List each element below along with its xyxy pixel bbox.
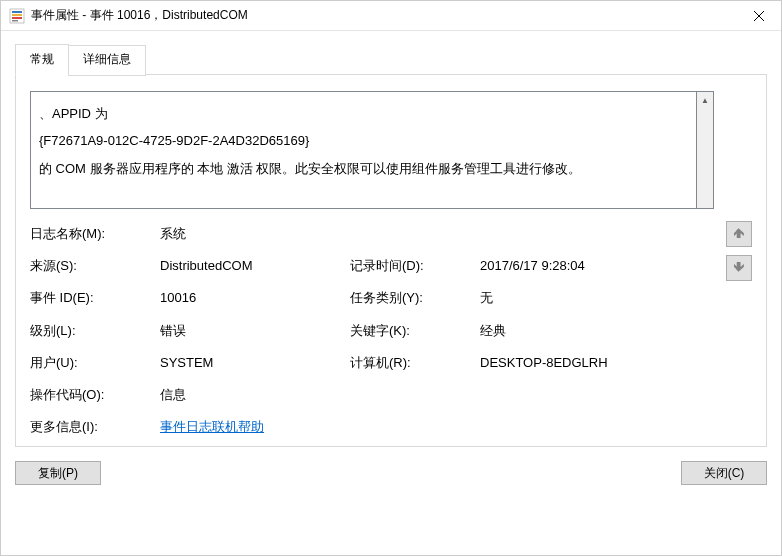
value-task-category: 无 <box>480 289 714 307</box>
value-user: SYSTEM <box>160 354 350 372</box>
description-scrollbar[interactable]: ▲ <box>697 91 714 209</box>
label-logged: 记录时间(D): <box>350 257 480 275</box>
tab-general[interactable]: 常规 <box>15 44 69 75</box>
svg-rect-1 <box>12 11 22 13</box>
next-event-button[interactable]: 🡻 <box>726 255 752 281</box>
nav-buttons: 🡹 🡻 <box>726 221 752 436</box>
event-description[interactable]: 、APPID 为 {F72671A9-012C-4725-9D2F-2A4D32… <box>30 91 697 209</box>
arrow-down-icon: 🡻 <box>733 261 745 275</box>
value-source: DistributedCOM <box>160 257 350 275</box>
scroll-up-icon[interactable]: ▲ <box>698 92 713 109</box>
properties-grid: 日志名称(M): 系统 来源(S): DistributedCOM 记录时间(D… <box>30 225 714 436</box>
label-keywords: 关键字(K): <box>350 322 480 340</box>
description-line: 、APPID 为 <box>39 100 688 127</box>
label-opcode: 操作代码(O): <box>30 386 160 404</box>
label-log-name: 日志名称(M): <box>30 225 160 243</box>
value-event-id: 10016 <box>160 289 350 307</box>
close-button[interactable]: 关闭(C) <box>681 461 767 485</box>
label-task-category: 任务类别(Y): <box>350 289 480 307</box>
tab-panel-general: 、APPID 为 {F72671A9-012C-4725-9D2F-2A4D32… <box>15 74 767 447</box>
description-line: {F72671A9-012C-4725-9D2F-2A4D32D65169} <box>39 127 688 154</box>
content-area: 常规 详细信息 、APPID 为 {F72671A9-012C-4725-9D2… <box>1 31 781 447</box>
close-window-button[interactable] <box>736 1 781 31</box>
window-title: 事件属性 - 事件 10016，DistributedCOM <box>31 7 736 24</box>
label-event-id: 事件 ID(E): <box>30 289 160 307</box>
app-icon <box>9 8 25 24</box>
label-user: 用户(U): <box>30 354 160 372</box>
description-line: 的 COM 服务器应用程序的 本地 激活 权限。此安全权限可以使用组件服务管理工… <box>39 155 688 182</box>
tab-details[interactable]: 详细信息 <box>68 45 146 76</box>
label-source: 来源(S): <box>30 257 160 275</box>
value-keywords: 经典 <box>480 322 714 340</box>
dialog-footer: 复制(P) 关闭(C) <box>1 447 781 499</box>
value-log-name: 系统 <box>160 225 714 243</box>
label-level: 级别(L): <box>30 322 160 340</box>
svg-rect-2 <box>12 14 22 16</box>
svg-rect-3 <box>12 17 22 19</box>
close-icon <box>754 11 764 21</box>
titlebar: 事件属性 - 事件 10016，DistributedCOM <box>1 1 781 31</box>
value-opcode: 信息 <box>160 386 714 404</box>
label-computer: 计算机(R): <box>350 354 480 372</box>
tab-bar: 常规 详细信息 <box>15 43 767 74</box>
svg-rect-4 <box>12 20 18 22</box>
value-logged: 2017/6/17 9:28:04 <box>480 257 714 275</box>
arrow-up-icon: 🡹 <box>733 227 745 241</box>
label-more-info: 更多信息(I): <box>30 418 160 436</box>
value-level: 错误 <box>160 322 350 340</box>
copy-button[interactable]: 复制(P) <box>15 461 101 485</box>
link-event-log-help[interactable]: 事件日志联机帮助 <box>160 419 264 434</box>
value-computer: DESKTOP-8EDGLRH <box>480 354 714 372</box>
prev-event-button[interactable]: 🡹 <box>726 221 752 247</box>
